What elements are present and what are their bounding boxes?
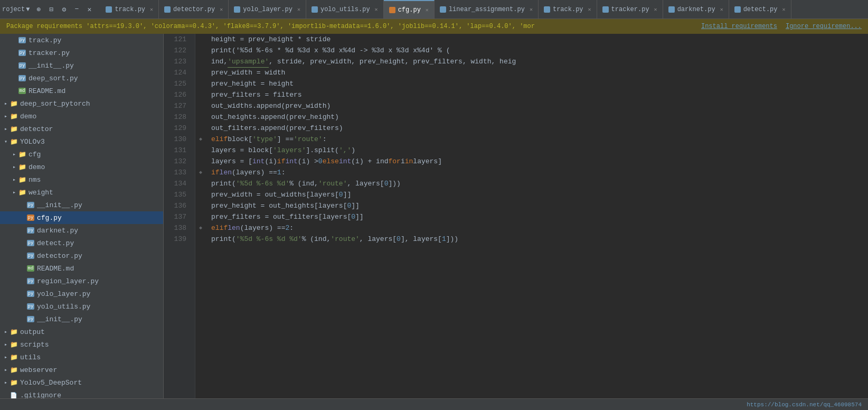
python-file-icon: py [26, 226, 35, 235]
sidebar-item-output[interactable]: ▸📁output [0, 325, 163, 338]
line-number: 123 [164, 56, 191, 67]
tab-detector[interactable]: detector.py✕ [159, 0, 229, 19]
tab-icons: ⊕ ⊟ ⚙ − ✕ [32, 5, 96, 14]
split-icon[interactable]: ⊟ [46, 5, 56, 14]
chevron-right-icon: ▸ [2, 341, 10, 348]
code-line: out_widths.append(prev_width) [211, 100, 868, 111]
sidebar-item-yolo-layer-py[interactable]: pyyolo_layer.py [0, 287, 163, 300]
project-dropdown[interactable]: roject ▼ [2, 6, 30, 13]
code-line: height = prev_height * stride [211, 34, 868, 45]
chevron-down-icon: ▾ [2, 138, 10, 145]
folder-icon: 📁 [10, 112, 18, 120]
sidebar-item-label: detector.py [37, 252, 82, 260]
chevron-right-icon: ▸ [11, 176, 18, 183]
python-file-icon: py [26, 302, 35, 311]
sidebar-item-yolov5-deepsort[interactable]: ▸📁Yolov5_DeepSort [0, 376, 163, 389]
tab-tracker[interactable]: tracker.py✕ [597, 0, 663, 19]
status-url[interactable]: https://blog.csdn.net/qq_46098574 [747, 402, 862, 408]
sidebar-item-label: nms [29, 176, 41, 184]
sidebar-item--gitignore[interactable]: 📄.gitignore [0, 389, 163, 398]
sidebar-item-detect-py[interactable]: pydetect.py [0, 237, 163, 249]
gutter-icon: ◆ [195, 167, 206, 178]
folder-icon: 📁 [10, 378, 18, 387]
tab-close-cfg[interactable]: ✕ [426, 7, 429, 13]
sidebar-item-yolov3[interactable]: ▾📁YOLOv3 [0, 135, 163, 148]
sidebar-item-label: cfg.py [37, 214, 62, 222]
sidebar-item-region-layer-py[interactable]: pyregion_layer.py [0, 275, 163, 287]
sidebar-item-webserver[interactable]: ▸📁webserver [0, 364, 163, 376]
sidebar-item-demo[interactable]: ▸📁demo [0, 161, 163, 173]
settings-icon[interactable]: ⚙ [59, 5, 69, 14]
chevron-right-icon: ▸ [2, 353, 10, 361]
tab-linear_assignment[interactable]: linear_assignment.py✕ [435, 0, 539, 19]
sidebar-item-darknet-py[interactable]: pydarknet.py [0, 224, 163, 237]
sidebar-item-label: yolo_layer.py [37, 290, 90, 298]
sidebar-item-track-py[interactable]: pytrack.py [0, 34, 163, 46]
gutter-icon [195, 189, 206, 200]
tab-yolo_layer[interactable]: yolo_layer.py✕ [229, 0, 306, 19]
sidebar-item-nms[interactable]: ▸📁nms [0, 173, 163, 186]
sidebar-item-detector[interactable]: ▸📁detector [0, 123, 163, 135]
tab-close-track[interactable]: ✕ [150, 6, 153, 13]
tab-track2[interactable]: track.py✕ [539, 0, 597, 19]
sidebar-item-utils[interactable]: ▸📁utils [0, 351, 163, 364]
tab-close-track2[interactable]: ✕ [588, 6, 591, 13]
tab-darknet[interactable]: darknet.py✕ [663, 0, 729, 19]
tab-detect[interactable]: detect.py✕ [729, 0, 791, 19]
sidebar-item-cfg[interactable]: ▸📁cfg [0, 148, 163, 161]
code-line: layers = block['layers'].split(',') [211, 145, 868, 156]
install-requirements-link[interactable]: Install requirements [701, 23, 777, 30]
gutter-icon [195, 100, 206, 111]
tab-close-yolo_layer[interactable]: ✕ [297, 6, 300, 13]
sidebar-item-detector-py[interactable]: pydetector.py [0, 249, 163, 262]
chevron-right-icon: ▸ [11, 151, 18, 158]
py-icon [164, 6, 171, 13]
python-file-icon: py [18, 61, 26, 70]
close-icon[interactable]: ✕ [84, 5, 94, 14]
file-icon: 📄 [10, 391, 18, 398]
notification-text: Package requirements 'attrs==19.3.0', 'c… [6, 23, 697, 30]
sidebar-item-weight[interactable]: ▸📁weight [0, 186, 163, 199]
sidebar-item---init---py[interactable]: py__init__.py [0, 199, 163, 211]
tab-close-darknet[interactable]: ✕ [720, 6, 723, 13]
sidebar-item---init---py[interactable]: py__init__.py [0, 59, 163, 72]
tab-close-detector[interactable]: ✕ [220, 6, 223, 13]
md-file-icon: md [26, 264, 35, 273]
folder-icon: 📁 [10, 366, 18, 374]
chevron-right-icon: ▸ [2, 328, 10, 336]
line-number: 137 [164, 211, 191, 222]
sidebar-item-tracker-py[interactable]: pytracker.py [0, 46, 163, 59]
ignore-requirements-link[interactable]: Ignore requiremen... [786, 23, 862, 30]
sidebar-item-scripts[interactable]: ▸📁scripts [0, 338, 163, 351]
sidebar-item-demo[interactable]: ▸📁demo [0, 110, 163, 123]
sidebar-item-yolo-utils-py[interactable]: pyyolo_utils.py [0, 300, 163, 313]
tab-track[interactable]: track.py✕ [100, 0, 159, 19]
tab-close-tracker[interactable]: ✕ [654, 6, 657, 13]
folder-icon: 📁 [10, 125, 18, 133]
add-tab-icon[interactable]: ⊕ [34, 5, 43, 14]
folder-icon: 📁 [10, 99, 18, 108]
line-number: 122 [164, 45, 191, 56]
line-number: 138 [164, 222, 191, 234]
line-number: 132 [164, 156, 191, 167]
py-icon [234, 6, 240, 13]
sidebar-item-deep-sort-py[interactable]: pydeep_sort.py [0, 72, 163, 85]
gutter-icon [195, 234, 206, 245]
minimize-icon[interactable]: − [72, 5, 81, 14]
sidebar-item---init---py[interactable]: py__init__.py [0, 313, 163, 325]
sidebar-item-cfg-py[interactable]: pycfg.py [0, 211, 163, 224]
tab-yolo_utils[interactable]: yolo_utils.py✕ [306, 0, 384, 19]
tab-close-linear_assignment[interactable]: ✕ [530, 6, 533, 13]
code-content[interactable]: 1211221231241251261271281291301311321331… [164, 34, 868, 398]
sidebar-item-deep-sort-pytorch[interactable]: ▸📁deep_sort_pytorch [0, 97, 163, 110]
main-area: pytrack.pypytracker.pypy__init__.pypydee… [0, 34, 868, 398]
gutter-column: ◆◆◆ [195, 34, 206, 398]
tab-label-tracker: tracker.py [611, 6, 649, 13]
sidebar-item-readme-md[interactable]: mdREADME.md [0, 85, 163, 97]
tab-cfg[interactable]: cfg.py✕ [384, 0, 435, 19]
tab-close-yolo_utils[interactable]: ✕ [375, 6, 378, 13]
line-number: 134 [164, 178, 191, 189]
sidebar-item-readme-md[interactable]: mdREADME.md [0, 262, 163, 275]
tab-close-detect[interactable]: ✕ [782, 6, 785, 13]
code-line: ind, 'upsample', stride, prev_width, pre… [211, 56, 868, 67]
